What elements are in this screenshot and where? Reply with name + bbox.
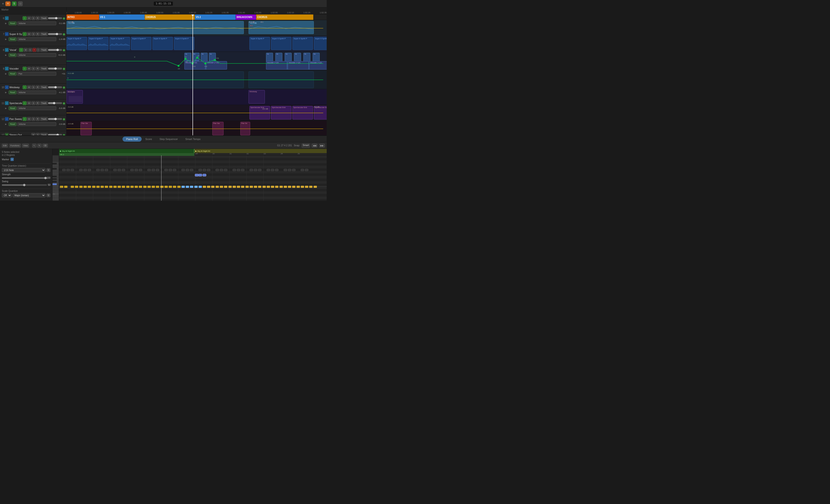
marker-chorus1[interactable]: CHORUS xyxy=(145,14,195,20)
toolbar-s-btn[interactable]: S xyxy=(12,1,17,6)
note-bar[interactable] xyxy=(309,186,313,188)
track-fader-12[interactable] xyxy=(48,118,62,120)
track-mode-12[interactable]: Track xyxy=(40,117,47,121)
track-fader-17[interactable] xyxy=(48,134,62,135)
track-rec-9[interactable]: R xyxy=(36,67,40,70)
note-bar[interactable] xyxy=(114,169,117,171)
pr-marker-btn[interactable]: + xyxy=(10,158,14,161)
note-bar[interactable] xyxy=(71,169,74,171)
note-bar[interactable] xyxy=(288,169,291,171)
note-bar[interactable] xyxy=(211,186,215,188)
pr-strength-slider[interactable] xyxy=(2,177,45,179)
note-bar[interactable] xyxy=(182,169,185,171)
note-bar[interactable] xyxy=(156,186,159,188)
track-rec-11[interactable]: R xyxy=(36,101,40,105)
track-rec-6[interactable]: R xyxy=(36,16,40,20)
clip-7-4[interactable]: Super 8 Synth P xyxy=(131,37,152,50)
note-bar[interactable] xyxy=(152,186,155,188)
note-bar[interactable] xyxy=(275,186,278,188)
note-bar[interactable] xyxy=(62,169,66,171)
track-fader-9[interactable] xyxy=(48,68,62,69)
note-bar[interactable] xyxy=(292,169,295,171)
read-btn-8[interactable]: Read xyxy=(9,53,17,57)
track-rec-7[interactable]: R xyxy=(36,32,40,36)
marker-breakdown[interactable]: BREAKDOWN xyxy=(236,14,256,20)
clip-7-9[interactable]: Super 8 Synth P xyxy=(292,37,313,50)
track-solo-10[interactable]: S xyxy=(32,85,35,89)
track-mode-9[interactable]: Track xyxy=(40,67,47,70)
clip-12-3[interactable]: Pan Sv xyxy=(241,122,250,135)
note-bar[interactable] xyxy=(288,186,291,188)
note-bar[interactable] xyxy=(207,169,210,171)
read-btn-9[interactable]: Read xyxy=(9,72,17,75)
note-bar[interactable] xyxy=(164,169,168,171)
note-bar[interactable] xyxy=(177,186,181,188)
toolbar-h-btn[interactable]: H xyxy=(5,1,10,6)
toolbar-square-btn[interactable]: □ xyxy=(18,1,23,6)
note-bar[interactable] xyxy=(169,186,172,188)
track-power-8[interactable]: O xyxy=(19,48,23,52)
expand-6[interactable]: ▶ xyxy=(5,22,8,25)
pr-region-sky-2[interactable]: ▶ Sky At Night Kit xyxy=(194,149,327,153)
track-solo-17[interactable]: S xyxy=(36,133,40,135)
note-bar[interactable] xyxy=(250,186,253,188)
note-bar[interactable] xyxy=(246,186,249,188)
note-bar[interactable] xyxy=(64,186,67,188)
track-rec-10[interactable]: R xyxy=(36,85,40,89)
note-bar[interactable] xyxy=(79,169,83,171)
note-bar[interactable] xyxy=(194,186,198,188)
note-bar[interactable] xyxy=(96,186,100,188)
track-pan-knob-9[interactable]: ◉ xyxy=(63,67,65,70)
track-pan-knob-10[interactable]: ◉ xyxy=(63,85,65,89)
note-bar[interactable] xyxy=(152,169,155,171)
track-mode-6[interactable]: Track xyxy=(40,16,47,20)
note-bar[interactable] xyxy=(271,169,274,171)
track-pan-knob-6[interactable]: ◉ xyxy=(63,16,65,20)
note-bar[interactable] xyxy=(139,186,142,188)
clip-6-2[interactable]: -8.3 dB -8.1 xyxy=(249,21,314,34)
clip-8-vocoder-5[interactable]: Vocoder (+12) xyxy=(309,61,327,69)
note-bar[interactable] xyxy=(199,186,202,188)
note-bar[interactable] xyxy=(105,186,108,188)
note-bar[interactable] xyxy=(173,186,176,188)
track-solo-9[interactable]: S xyxy=(32,67,35,70)
note-bar[interactable] xyxy=(305,169,308,171)
expand-8[interactable]: ▶ xyxy=(5,54,8,56)
note-bar[interactable] xyxy=(199,169,202,171)
note-bar[interactable] xyxy=(267,186,270,188)
pr-snap-adjust-left[interactable]: ◀◀ xyxy=(312,144,317,148)
note-bar[interactable] xyxy=(241,169,244,171)
note-bar[interactable] xyxy=(190,186,193,188)
note-bar[interactable] xyxy=(118,186,121,188)
tab-smart-tempo[interactable]: Smart Tempo xyxy=(182,136,204,141)
clip-12-2[interactable]: Pan Sw xyxy=(212,122,224,135)
read-btn-7[interactable]: Read xyxy=(9,37,17,41)
note-bar[interactable] xyxy=(228,186,232,188)
marker-vs2[interactable]: VS 2 xyxy=(195,14,236,20)
clip-7-6[interactable]: Super 8 Synth P xyxy=(174,37,194,50)
pr-view-btn[interactable]: View xyxy=(22,144,29,148)
note-bar-selected[interactable] xyxy=(195,174,198,176)
note-bar[interactable] xyxy=(130,169,134,171)
track-mode-10[interactable]: Track xyxy=(40,85,47,89)
note-bar[interactable] xyxy=(101,169,104,171)
note-bar[interactable] xyxy=(233,186,236,188)
expand-10[interactable]: ▶ xyxy=(5,91,8,94)
clip-7-8[interactable]: Super 8 Synth P xyxy=(271,37,291,50)
note-bar[interactable] xyxy=(220,186,223,188)
track-pan-knob-8[interactable]: ◉ xyxy=(63,48,65,52)
read-btn-12[interactable]: Read xyxy=(9,122,17,126)
note-bar[interactable] xyxy=(148,169,151,171)
expand-7[interactable]: ▶ xyxy=(5,38,8,40)
note-bar[interactable] xyxy=(92,186,95,188)
pr-quantize-q-btn[interactable]: Q xyxy=(46,168,51,172)
pr-scale-q-btn[interactable]: Q xyxy=(46,193,51,197)
note-bar[interactable] xyxy=(241,186,244,188)
note-bar[interactable] xyxy=(216,186,219,188)
note-bar[interactable] xyxy=(186,169,189,171)
track-power-11[interactable]: O xyxy=(23,101,27,105)
track-fader-6[interactable] xyxy=(48,17,62,19)
note-bar[interactable] xyxy=(135,186,138,188)
note-bar[interactable] xyxy=(224,186,227,188)
track-i-8[interactable]: I xyxy=(37,48,40,52)
